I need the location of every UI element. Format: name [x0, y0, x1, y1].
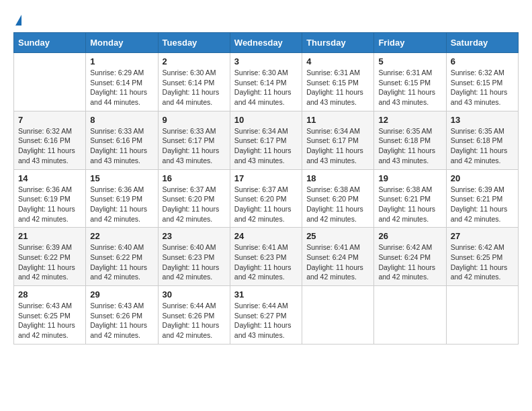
day-number: 15 — [90, 173, 153, 183]
calendar-cell: 29Sunrise: 6:43 AM Sunset: 6:26 PM Dayli… — [86, 286, 158, 345]
day-number: 25 — [306, 231, 369, 241]
calendar-cell: 8Sunrise: 6:33 AM Sunset: 6:16 PM Daylig… — [86, 111, 158, 169]
day-info: Sunrise: 6:41 AM Sunset: 6:24 PM Dayligh… — [306, 242, 369, 282]
calendar-week-row: 7Sunrise: 6:32 AM Sunset: 6:16 PM Daylig… — [14, 111, 519, 169]
day-info: Sunrise: 6:31 AM Sunset: 6:15 PM Dayligh… — [378, 68, 441, 107]
day-info: Sunrise: 6:41 AM Sunset: 6:23 PM Dayligh… — [234, 242, 298, 282]
calendar-cell: 26Sunrise: 6:42 AM Sunset: 6:24 PM Dayli… — [374, 228, 446, 286]
calendar-header-row: SundayMondayTuesdayWednesdayThursdayFrid… — [14, 33, 519, 53]
day-info: Sunrise: 6:44 AM Sunset: 6:26 PM Dayligh… — [163, 301, 226, 340]
day-number: 8 — [90, 115, 153, 125]
day-number: 27 — [451, 231, 514, 241]
day-number: 22 — [90, 231, 153, 241]
calendar-week-row: 21Sunrise: 6:39 AM Sunset: 6:22 PM Dayli… — [14, 228, 519, 286]
day-info: Sunrise: 6:34 AM Sunset: 6:17 PM Dayligh… — [234, 126, 298, 166]
day-number: 19 — [378, 173, 441, 183]
day-number: 26 — [378, 231, 441, 241]
day-info: Sunrise: 6:43 AM Sunset: 6:25 PM Dayligh… — [18, 301, 81, 340]
day-info: Sunrise: 6:40 AM Sunset: 6:23 PM Dayligh… — [163, 242, 226, 282]
calendar-cell: 22Sunrise: 6:40 AM Sunset: 6:22 PM Dayli… — [86, 228, 158, 286]
day-number: 13 — [451, 115, 514, 125]
day-number: 18 — [306, 173, 369, 183]
calendar-cell: 23Sunrise: 6:40 AM Sunset: 6:23 PM Dayli… — [158, 228, 230, 286]
calendar-cell: 13Sunrise: 6:35 AM Sunset: 6:18 PM Dayli… — [446, 111, 518, 169]
day-info: Sunrise: 6:31 AM Sunset: 6:15 PM Dayligh… — [306, 68, 369, 107]
calendar-cell: 10Sunrise: 6:34 AM Sunset: 6:17 PM Dayli… — [230, 111, 302, 169]
day-info: Sunrise: 6:33 AM Sunset: 6:16 PM Dayligh… — [90, 126, 153, 166]
day-number: 6 — [451, 56, 514, 66]
day-info: Sunrise: 6:43 AM Sunset: 6:26 PM Dayligh… — [90, 301, 153, 340]
logo — [13, 13, 21, 26]
day-info: Sunrise: 6:42 AM Sunset: 6:24 PM Dayligh… — [378, 242, 441, 282]
day-info: Sunrise: 6:35 AM Sunset: 6:18 PM Dayligh… — [451, 126, 514, 166]
day-number: 11 — [306, 115, 369, 125]
day-number: 1 — [90, 56, 153, 66]
day-number: 14 — [18, 173, 81, 183]
calendar-cell: 7Sunrise: 6:32 AM Sunset: 6:16 PM Daylig… — [14, 111, 86, 169]
calendar-cell — [14, 53, 86, 111]
day-info: Sunrise: 6:30 AM Sunset: 6:14 PM Dayligh… — [234, 68, 298, 107]
logo-triangle-icon — [15, 15, 21, 26]
calendar-cell: 20Sunrise: 6:39 AM Sunset: 6:21 PM Dayli… — [446, 169, 518, 228]
calendar-cell: 6Sunrise: 6:32 AM Sunset: 6:15 PM Daylig… — [446, 53, 518, 111]
day-info: Sunrise: 6:40 AM Sunset: 6:22 PM Dayligh… — [90, 242, 153, 282]
calendar-week-row: 1Sunrise: 6:29 AM Sunset: 6:14 PM Daylig… — [14, 53, 519, 111]
calendar-cell — [446, 286, 518, 345]
calendar-cell: 4Sunrise: 6:31 AM Sunset: 6:15 PM Daylig… — [302, 53, 374, 111]
day-number: 10 — [234, 115, 298, 125]
page-header — [13, 13, 519, 26]
day-number: 29 — [90, 289, 153, 300]
day-number: 16 — [163, 173, 226, 183]
calendar-cell: 25Sunrise: 6:41 AM Sunset: 6:24 PM Dayli… — [302, 228, 374, 286]
calendar-cell — [374, 286, 446, 345]
day-number: 4 — [306, 56, 369, 66]
calendar-cell: 2Sunrise: 6:30 AM Sunset: 6:14 PM Daylig… — [158, 53, 230, 111]
day-info: Sunrise: 6:42 AM Sunset: 6:25 PM Dayligh… — [451, 242, 514, 282]
calendar-cell: 28Sunrise: 6:43 AM Sunset: 6:25 PM Dayli… — [14, 286, 86, 345]
day-info: Sunrise: 6:36 AM Sunset: 6:19 PM Dayligh… — [90, 185, 153, 224]
calendar-cell: 15Sunrise: 6:36 AM Sunset: 6:19 PM Dayli… — [86, 169, 158, 228]
day-header-thursday: Thursday — [302, 33, 374, 53]
day-info: Sunrise: 6:30 AM Sunset: 6:14 PM Dayligh… — [163, 68, 226, 107]
day-info: Sunrise: 6:38 AM Sunset: 6:20 PM Dayligh… — [306, 185, 369, 224]
day-info: Sunrise: 6:37 AM Sunset: 6:20 PM Dayligh… — [234, 185, 298, 224]
day-number: 28 — [18, 289, 81, 300]
day-header-friday: Friday — [374, 33, 446, 53]
day-info: Sunrise: 6:39 AM Sunset: 6:22 PM Dayligh… — [18, 242, 81, 282]
calendar-cell: 19Sunrise: 6:38 AM Sunset: 6:21 PM Dayli… — [374, 169, 446, 228]
calendar-cell: 5Sunrise: 6:31 AM Sunset: 6:15 PM Daylig… — [374, 53, 446, 111]
calendar-cell: 21Sunrise: 6:39 AM Sunset: 6:22 PM Dayli… — [14, 228, 86, 286]
day-number: 24 — [234, 231, 298, 241]
day-number: 3 — [234, 56, 298, 66]
calendar-cell: 16Sunrise: 6:37 AM Sunset: 6:20 PM Dayli… — [158, 169, 230, 228]
calendar-table: SundayMondayTuesdayWednesdayThursdayFrid… — [13, 32, 519, 345]
calendar-cell: 30Sunrise: 6:44 AM Sunset: 6:26 PM Dayli… — [158, 286, 230, 345]
day-number: 12 — [378, 115, 441, 125]
calendar-cell: 12Sunrise: 6:35 AM Sunset: 6:18 PM Dayli… — [374, 111, 446, 169]
day-info: Sunrise: 6:32 AM Sunset: 6:15 PM Dayligh… — [451, 68, 514, 107]
day-info: Sunrise: 6:35 AM Sunset: 6:18 PM Dayligh… — [378, 126, 441, 166]
day-number: 20 — [451, 173, 514, 183]
calendar-cell: 14Sunrise: 6:36 AM Sunset: 6:19 PM Dayli… — [14, 169, 86, 228]
day-info: Sunrise: 6:29 AM Sunset: 6:14 PM Dayligh… — [90, 68, 153, 107]
day-info: Sunrise: 6:38 AM Sunset: 6:21 PM Dayligh… — [378, 185, 441, 224]
day-number: 7 — [18, 115, 81, 125]
calendar-week-row: 14Sunrise: 6:36 AM Sunset: 6:19 PM Dayli… — [14, 169, 519, 228]
calendar-cell: 9Sunrise: 6:33 AM Sunset: 6:17 PM Daylig… — [158, 111, 230, 169]
day-header-saturday: Saturday — [446, 33, 518, 53]
day-info: Sunrise: 6:39 AM Sunset: 6:21 PM Dayligh… — [451, 185, 514, 224]
day-number: 31 — [234, 289, 298, 300]
calendar-cell: 17Sunrise: 6:37 AM Sunset: 6:20 PM Dayli… — [230, 169, 302, 228]
day-number: 2 — [163, 56, 226, 66]
day-number: 9 — [163, 115, 226, 125]
day-info: Sunrise: 6:37 AM Sunset: 6:20 PM Dayligh… — [163, 185, 226, 224]
day-number: 21 — [18, 231, 81, 241]
day-number: 23 — [163, 231, 226, 241]
day-number: 17 — [234, 173, 298, 183]
day-number: 30 — [163, 289, 226, 300]
calendar-cell: 1Sunrise: 6:29 AM Sunset: 6:14 PM Daylig… — [86, 53, 158, 111]
day-header-monday: Monday — [86, 33, 158, 53]
calendar-week-row: 28Sunrise: 6:43 AM Sunset: 6:25 PM Dayli… — [14, 286, 519, 345]
day-info: Sunrise: 6:32 AM Sunset: 6:16 PM Dayligh… — [18, 126, 81, 166]
calendar-cell — [302, 286, 374, 345]
